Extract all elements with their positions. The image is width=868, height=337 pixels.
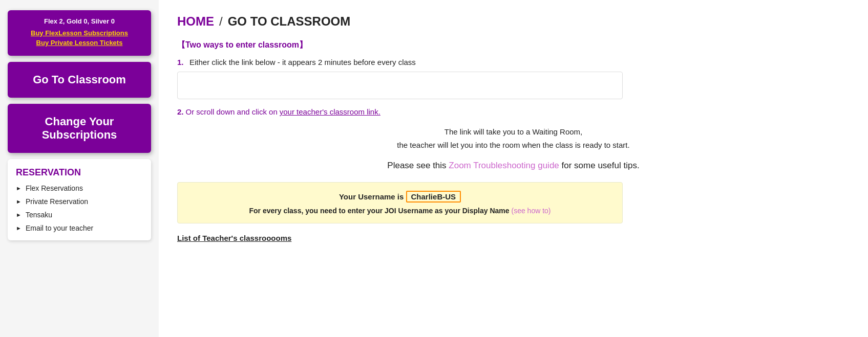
breadcrumb-separator: / <box>219 14 223 29</box>
list-item[interactable]: ► Email to your teacher <box>16 224 143 232</box>
step-1: 1. Either click the link below - it appe… <box>177 58 850 66</box>
arrow-icon: ► <box>16 212 22 218</box>
reservation-box: RESERVATION ► Flex Reservations ► Privat… <box>8 159 151 240</box>
username-label: Your Username is <box>339 192 406 201</box>
reservation-item-label: Private Reservation <box>26 197 88 206</box>
reservation-item-label: Tensaku <box>26 211 52 219</box>
username-value: CharlieB-US <box>406 191 461 203</box>
zoom-troubleshoot-link[interactable]: Zoom Troubleshooting guide <box>449 161 559 170</box>
list-item[interactable]: ► Private Reservation <box>16 197 143 206</box>
classroom-link-box <box>177 72 623 99</box>
step1-text: Either click the link below - it appears… <box>189 58 416 66</box>
step-2: 2. Or scroll down and click on your teac… <box>177 107 850 116</box>
instruction-list: 1. Either click the link below - it appe… <box>177 58 850 66</box>
arrow-icon: ► <box>16 198 22 205</box>
reservation-item-label: Email to your teacher <box>26 224 93 232</box>
step2-num: 2. <box>177 107 184 116</box>
arrow-icon: ► <box>16 185 22 191</box>
change-subscriptions-button[interactable]: Change Your Subscriptions <box>8 104 151 153</box>
go-to-classroom-button[interactable]: Go To Classroom <box>8 62 151 98</box>
troubleshoot-suffix: for some useful tips. <box>562 161 640 170</box>
arrow-icon: ► <box>16 225 22 231</box>
subscription-box: Flex 2, Gold 0, Silver 0 Buy FlexLesson … <box>8 10 151 56</box>
waiting-room-info: The link will take you to a Waiting Room… <box>177 125 850 151</box>
step1-num: 1. <box>177 58 186 66</box>
troubleshoot-line: Please see this Zoom Troubleshooting gui… <box>177 161 850 171</box>
reservation-item-label: Flex Reservations <box>26 184 83 192</box>
subscription-info: Flex 2, Gold 0, Silver 0 <box>16 17 143 25</box>
two-ways-title: 【Two ways to enter classroom】 <box>177 40 850 51</box>
display-name-line: For every class, you need to enter your … <box>188 207 612 215</box>
buy-private-link[interactable]: Buy Private Lesson Tickets <box>16 39 143 47</box>
sidebar: Flex 2, Gold 0, Silver 0 Buy FlexLesson … <box>0 0 159 337</box>
teacher-list-title[interactable]: List of Teacher's classrooooms <box>177 234 850 242</box>
breadcrumb-home[interactable]: HOME <box>177 14 214 29</box>
username-line: Your Username is CharlieB-US <box>188 191 612 203</box>
step2-text: Or scroll down and click on <box>186 107 278 116</box>
buy-flex-link[interactable]: Buy FlexLesson Subscriptions <box>16 29 143 37</box>
reservation-list: ► Flex Reservations ► Private Reservatio… <box>16 184 143 232</box>
teacher-classroom-link[interactable]: your teacher's classroom link. <box>280 107 380 116</box>
list-item[interactable]: ► Flex Reservations <box>16 184 143 192</box>
reservation-title: RESERVATION <box>16 167 143 178</box>
main-content: HOME / GO TO CLASSROOM 【Two ways to ente… <box>159 0 868 337</box>
username-box: Your Username is CharlieB-US For every c… <box>177 182 623 223</box>
list-item[interactable]: ► Tensaku <box>16 211 143 219</box>
troubleshoot-text: Please see this <box>387 161 449 170</box>
display-name-text: For every class, you need to enter your … <box>249 207 511 215</box>
waiting-room-line1: The link will take you to a Waiting Room… <box>177 125 850 139</box>
see-how-to-link[interactable]: (see how to) <box>511 207 551 215</box>
breadcrumb-current: GO TO CLASSROOM <box>228 14 351 29</box>
waiting-room-line2: the teacher will let you into the room w… <box>177 139 850 152</box>
breadcrumb: HOME / GO TO CLASSROOM <box>177 14 850 29</box>
